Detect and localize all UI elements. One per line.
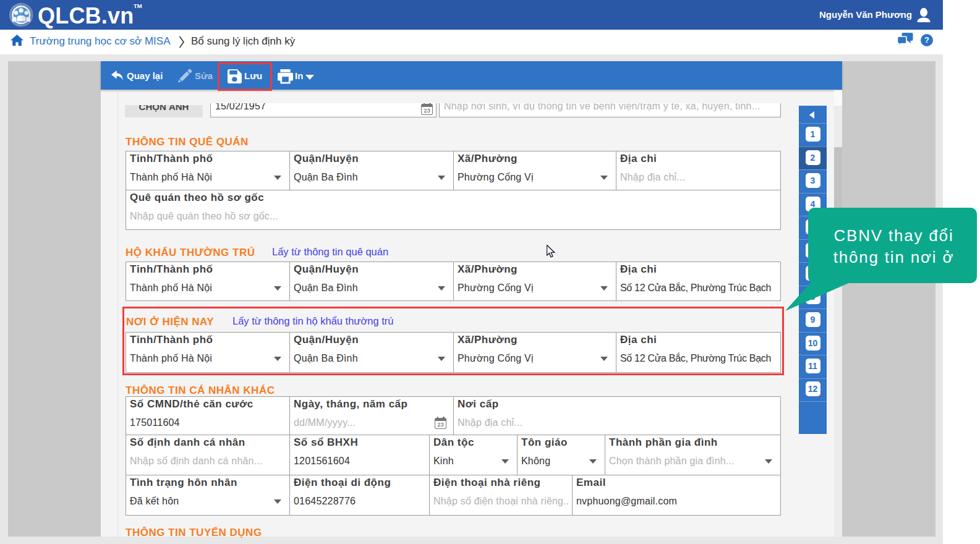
svg-text:QLCB.vn: QLCB.vn bbox=[38, 3, 134, 28]
svg-text:TM: TM bbox=[134, 2, 142, 9]
